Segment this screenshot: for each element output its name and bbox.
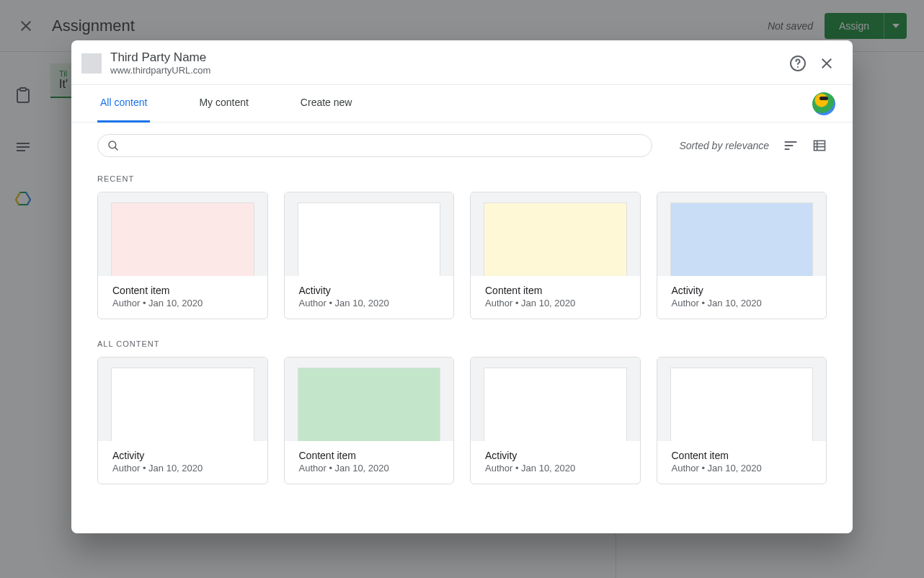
- card-title: Activity: [672, 285, 812, 296]
- close-modal-icon[interactable]: [818, 55, 835, 72]
- card-preview: [471, 357, 640, 441]
- card-subtitle: Author • Jan 10, 2020: [112, 298, 253, 308]
- third-party-url: www.thirdpartyURL.com: [110, 65, 778, 76]
- card-meta: Content itemAuthor • Jan 10, 2020: [471, 276, 640, 319]
- card-title: Activity: [485, 450, 626, 461]
- card-thumbnail: [111, 203, 254, 276]
- card-meta: Content itemAuthor • Jan 10, 2020: [657, 441, 827, 484]
- card-preview: [285, 357, 454, 441]
- card-meta: ActivityAuthor • Jan 10, 2020: [98, 441, 267, 484]
- card-meta: Content itemAuthor • Jan 10, 2020: [285, 441, 454, 484]
- card-preview: [98, 192, 267, 276]
- search-row: Sorted by relevance: [97, 134, 827, 157]
- card-thumbnail: [484, 203, 627, 276]
- card-meta: ActivityAuthor • Jan 10, 2020: [471, 441, 640, 484]
- list-view-icon[interactable]: [812, 138, 827, 153]
- content-card[interactable]: Content itemAuthor • Jan 10, 2020: [97, 192, 268, 319]
- card-subtitle: Author • Jan 10, 2020: [299, 298, 440, 308]
- card-preview: [657, 357, 827, 441]
- card-thumbnail: [298, 203, 441, 276]
- content-card[interactable]: Content itemAuthor • Jan 10, 2020: [284, 357, 455, 484]
- tab-all-content[interactable]: All content: [97, 85, 150, 123]
- card-meta: ActivityAuthor • Jan 10, 2020: [657, 276, 827, 319]
- content-card[interactable]: ActivityAuthor • Jan 10, 2020: [470, 357, 641, 484]
- tab-create-new[interactable]: Create new: [298, 85, 355, 123]
- card-subtitle: Author • Jan 10, 2020: [672, 463, 812, 473]
- all-content-grid: ActivityAuthor • Jan 10, 2020Content ite…: [97, 357, 827, 484]
- third-party-logo: [81, 53, 102, 74]
- card-meta: ActivityAuthor • Jan 10, 2020: [285, 276, 454, 319]
- modal-tabs: All content My content Create new: [71, 85, 853, 123]
- card-preview: [471, 192, 640, 276]
- section-all-label: ALL CONTENT: [97, 339, 827, 348]
- search-box[interactable]: [97, 134, 652, 157]
- section-recent-label: RECENT: [97, 174, 827, 183]
- recent-grid: Content itemAuthor • Jan 10, 2020Activit…: [97, 192, 827, 319]
- third-party-name: Third Party Name: [110, 50, 778, 65]
- card-thumbnail: [670, 368, 814, 441]
- search-tools: Sorted by relevance: [652, 138, 827, 153]
- card-subtitle: Author • Jan 10, 2020: [672, 298, 812, 308]
- card-subtitle: Author • Jan 10, 2020: [485, 463, 626, 473]
- card-preview: [98, 357, 267, 441]
- card-thumbnail: [298, 368, 441, 441]
- sort-label: Sorted by relevance: [679, 140, 769, 151]
- card-title: Activity: [299, 285, 440, 296]
- modal-body: Sorted by relevance RECENT Content itemA…: [71, 123, 853, 533]
- card-subtitle: Author • Jan 10, 2020: [485, 298, 626, 308]
- card-title: Content item: [672, 450, 812, 461]
- card-thumbnail: [484, 368, 627, 441]
- card-thumbnail: [670, 203, 814, 276]
- tab-my-content[interactable]: My content: [196, 85, 251, 123]
- card-subtitle: Author • Jan 10, 2020: [299, 463, 440, 473]
- card-title: Content item: [299, 450, 440, 461]
- svg-rect-2: [814, 141, 825, 150]
- search-input[interactable]: [125, 140, 643, 151]
- content-card[interactable]: ActivityAuthor • Jan 10, 2020: [657, 192, 827, 319]
- modal-header: Third Party Name www.thirdpartyURL.com: [71, 40, 853, 85]
- content-card[interactable]: Content itemAuthor • Jan 10, 2020: [470, 192, 641, 319]
- sort-icon[interactable]: [783, 138, 798, 153]
- card-meta: Content itemAuthor • Jan 10, 2020: [98, 276, 267, 319]
- card-preview: [285, 192, 454, 276]
- card-preview: [657, 192, 827, 276]
- card-title: Content item: [112, 285, 253, 296]
- content-card[interactable]: ActivityAuthor • Jan 10, 2020: [97, 357, 268, 484]
- content-card[interactable]: Content itemAuthor • Jan 10, 2020: [657, 357, 827, 484]
- content-picker-modal: Third Party Name www.thirdpartyURL.com A…: [71, 40, 853, 533]
- third-party-text: Third Party Name www.thirdpartyURL.com: [110, 50, 778, 76]
- user-avatar[interactable]: [812, 92, 835, 115]
- card-title: Content item: [485, 285, 626, 296]
- content-card[interactable]: ActivityAuthor • Jan 10, 2020: [284, 192, 455, 319]
- card-subtitle: Author • Jan 10, 2020: [112, 463, 253, 473]
- card-title: Activity: [112, 450, 253, 461]
- help-icon[interactable]: [789, 55, 807, 72]
- card-thumbnail: [111, 368, 254, 441]
- search-icon: [107, 139, 120, 152]
